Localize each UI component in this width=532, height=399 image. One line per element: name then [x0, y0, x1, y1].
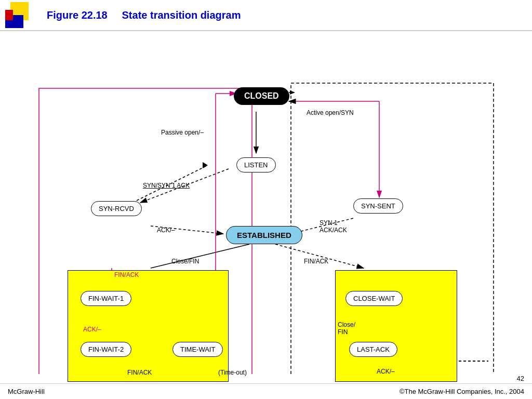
- svg-line-13: [151, 244, 249, 268]
- label-close-fin-2: Close/FIN: [338, 321, 355, 336]
- page-title: Figure 22.18 State transition diagram: [47, 9, 241, 21]
- label-fin-ack-1: FIN/ACK: [114, 271, 139, 278]
- label-time-out: (Time-out): [218, 369, 247, 376]
- state-fin-wait-1: FIN-WAIT-1: [81, 291, 131, 306]
- label-fin-ack-2: FIN/ACK: [127, 369, 152, 376]
- state-established: ESTABLISHED: [226, 226, 302, 244]
- label-active-open: Active open/SYN: [307, 109, 354, 116]
- svg-marker-24: [290, 90, 295, 95]
- header: Figure 22.18 State transition diagram: [0, 0, 532, 31]
- state-fin-wait-2: FIN-WAIT-2: [81, 342, 131, 357]
- logo: [5, 2, 36, 28]
- label-close-fin: Close/FIN: [171, 258, 199, 265]
- figure-number: Figure 22.18: [47, 9, 108, 21]
- svg-marker-8: [203, 162, 208, 168]
- label-passive-open: Passive open/–: [161, 129, 204, 136]
- footer-right: ©The McGraw-Hill Companies, Inc., 2004: [400, 388, 524, 395]
- figure-title: State transition diagram: [122, 9, 241, 21]
- state-syn-sent: SYN-SENT: [353, 198, 403, 214]
- logo-red: [5, 10, 13, 20]
- label-ack-dash-2: ACK/–: [83, 326, 101, 333]
- label-syn-syn-ack: SYN/SYN 1 ACK: [143, 182, 190, 189]
- label-fin-ack-right: FIN/ACK: [304, 258, 328, 265]
- diagram-area: CLOSED LISTEN SYN-RCVD SYN-SENT ESTABLIS…: [0, 31, 532, 384]
- label-syn1-ack-ack: SYN 1ACK/ACK: [320, 219, 347, 234]
- footer-left: McGraw-Hill: [8, 388, 45, 395]
- footer-page: 42: [517, 375, 524, 382]
- label-ack-dash-3: ACK/–: [377, 368, 395, 375]
- state-closed: CLOSED: [234, 87, 289, 105]
- state-time-wait: TIME-WAIT: [172, 342, 223, 357]
- state-last-ack: LAST-ACK: [349, 342, 397, 357]
- state-close-wait: CLOSE-WAIT: [345, 291, 403, 306]
- footer: McGraw-Hill 42 ©The McGraw-Hill Companie…: [0, 383, 532, 399]
- label-ack-dash: ACK/–: [157, 227, 175, 234]
- state-syn-rcvd: SYN-RCVD: [91, 201, 142, 216]
- state-listen: LISTEN: [236, 157, 276, 172]
